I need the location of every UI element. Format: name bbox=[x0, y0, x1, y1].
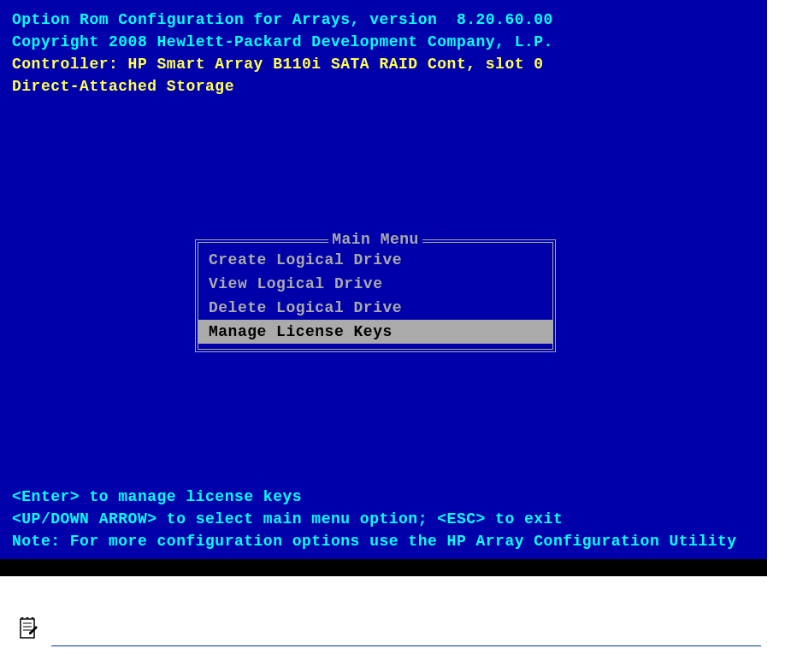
svg-rect-0 bbox=[21, 619, 34, 638]
footer-note: Note: For more configuration options use… bbox=[12, 530, 755, 552]
note-lines bbox=[51, 645, 761, 672]
main-menu-box: Main Menu Create Logical Drive View Logi… bbox=[195, 239, 556, 352]
note-section bbox=[0, 610, 785, 672]
menu-items: Create Logical Drive View Logical Drive … bbox=[198, 243, 552, 349]
menu-item-view-logical-drive[interactable]: View Logical Drive bbox=[198, 272, 552, 296]
header-storage: Direct-Attached Storage bbox=[12, 75, 755, 97]
note-divider-top bbox=[51, 645, 761, 646]
footer-enter-hint: <Enter> to manage license keys bbox=[12, 486, 755, 508]
header-controller: Controller: HP Smart Array B110i SATA RA… bbox=[12, 53, 755, 75]
menu-title: Main Menu bbox=[328, 231, 422, 248]
menu-item-delete-logical-drive[interactable]: Delete Logical Drive bbox=[198, 296, 552, 320]
menu-item-manage-license-keys[interactable]: Manage License Keys bbox=[198, 320, 552, 344]
bios-screen: Option Rom Configuration for Arrays, ver… bbox=[0, 0, 767, 576]
note-icon bbox=[17, 617, 38, 645]
black-bar bbox=[0, 559, 767, 576]
footer-nav-hint: <UP/DOWN ARROW> to select main menu opti… bbox=[12, 508, 755, 530]
footer: <Enter> to manage license keys <UP/DOWN … bbox=[12, 486, 755, 552]
header-copyright: Copyright 2008 Hewlett-Packard Developme… bbox=[12, 31, 755, 53]
menu-item-create-logical-drive[interactable]: Create Logical Drive bbox=[198, 248, 552, 272]
header-title: Option Rom Configuration for Arrays, ver… bbox=[12, 9, 755, 31]
